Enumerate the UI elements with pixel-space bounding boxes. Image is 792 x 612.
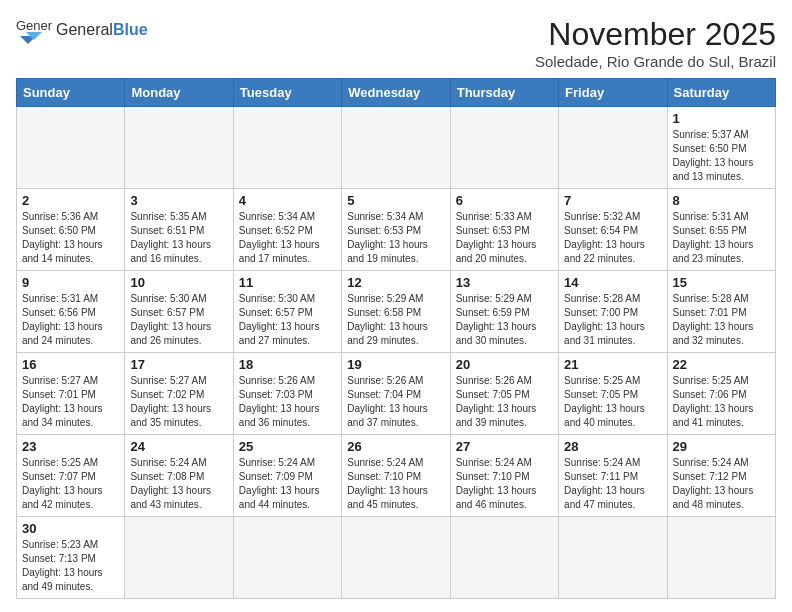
- calendar-week-row: 30Sunrise: 5:23 AM Sunset: 7:13 PM Dayli…: [17, 517, 776, 599]
- table-row: [125, 107, 233, 189]
- table-row: [125, 517, 233, 599]
- header-tuesday: Tuesday: [233, 79, 341, 107]
- day-info: Sunrise: 5:24 AM Sunset: 7:09 PM Dayligh…: [239, 456, 336, 512]
- calendar-week-row: 1Sunrise: 5:37 AM Sunset: 6:50 PM Daylig…: [17, 107, 776, 189]
- day-number: 30: [22, 521, 119, 536]
- day-info: Sunrise: 5:30 AM Sunset: 6:57 PM Dayligh…: [130, 292, 227, 348]
- day-info: Sunrise: 5:28 AM Sunset: 7:01 PM Dayligh…: [673, 292, 770, 348]
- logo: General GeneralBlue: [16, 16, 148, 44]
- table-row: 25Sunrise: 5:24 AM Sunset: 7:09 PM Dayli…: [233, 435, 341, 517]
- location-title: Soledade, Rio Grande do Sul, Brazil: [535, 53, 776, 70]
- table-row: 8Sunrise: 5:31 AM Sunset: 6:55 PM Daylig…: [667, 189, 775, 271]
- day-number: 29: [673, 439, 770, 454]
- day-number: 15: [673, 275, 770, 290]
- day-info: Sunrise: 5:25 AM Sunset: 7:05 PM Dayligh…: [564, 374, 661, 430]
- day-info: Sunrise: 5:24 AM Sunset: 7:10 PM Dayligh…: [347, 456, 444, 512]
- day-number: 4: [239, 193, 336, 208]
- table-row: 9Sunrise: 5:31 AM Sunset: 6:56 PM Daylig…: [17, 271, 125, 353]
- day-number: 11: [239, 275, 336, 290]
- header-saturday: Saturday: [667, 79, 775, 107]
- day-number: 22: [673, 357, 770, 372]
- day-number: 20: [456, 357, 553, 372]
- table-row: 20Sunrise: 5:26 AM Sunset: 7:05 PM Dayli…: [450, 353, 558, 435]
- day-info: Sunrise: 5:24 AM Sunset: 7:10 PM Dayligh…: [456, 456, 553, 512]
- table-row: 19Sunrise: 5:26 AM Sunset: 7:04 PM Dayli…: [342, 353, 450, 435]
- day-info: Sunrise: 5:24 AM Sunset: 7:08 PM Dayligh…: [130, 456, 227, 512]
- day-number: 23: [22, 439, 119, 454]
- table-row: 3Sunrise: 5:35 AM Sunset: 6:51 PM Daylig…: [125, 189, 233, 271]
- header-thursday: Thursday: [450, 79, 558, 107]
- day-info: Sunrise: 5:34 AM Sunset: 6:53 PM Dayligh…: [347, 210, 444, 266]
- month-title: November 2025: [535, 16, 776, 53]
- table-row: 30Sunrise: 5:23 AM Sunset: 7:13 PM Dayli…: [17, 517, 125, 599]
- day-info: Sunrise: 5:23 AM Sunset: 7:13 PM Dayligh…: [22, 538, 119, 594]
- table-row: 5Sunrise: 5:34 AM Sunset: 6:53 PM Daylig…: [342, 189, 450, 271]
- table-row: 22Sunrise: 5:25 AM Sunset: 7:06 PM Dayli…: [667, 353, 775, 435]
- header-wednesday: Wednesday: [342, 79, 450, 107]
- table-row: [17, 107, 125, 189]
- day-number: 17: [130, 357, 227, 372]
- header-monday: Monday: [125, 79, 233, 107]
- table-row: 4Sunrise: 5:34 AM Sunset: 6:52 PM Daylig…: [233, 189, 341, 271]
- table-row: 1Sunrise: 5:37 AM Sunset: 6:50 PM Daylig…: [667, 107, 775, 189]
- day-info: Sunrise: 5:33 AM Sunset: 6:53 PM Dayligh…: [456, 210, 553, 266]
- day-number: 1: [673, 111, 770, 126]
- day-info: Sunrise: 5:25 AM Sunset: 7:06 PM Dayligh…: [673, 374, 770, 430]
- day-number: 10: [130, 275, 227, 290]
- table-row: [559, 107, 667, 189]
- day-info: Sunrise: 5:29 AM Sunset: 6:58 PM Dayligh…: [347, 292, 444, 348]
- day-number: 24: [130, 439, 227, 454]
- table-row: 28Sunrise: 5:24 AM Sunset: 7:11 PM Dayli…: [559, 435, 667, 517]
- day-info: Sunrise: 5:32 AM Sunset: 6:54 PM Dayligh…: [564, 210, 661, 266]
- calendar-week-row: 23Sunrise: 5:25 AM Sunset: 7:07 PM Dayli…: [17, 435, 776, 517]
- logo-icon: General: [16, 16, 52, 44]
- day-info: Sunrise: 5:27 AM Sunset: 7:01 PM Dayligh…: [22, 374, 119, 430]
- day-info: Sunrise: 5:26 AM Sunset: 7:05 PM Dayligh…: [456, 374, 553, 430]
- day-number: 3: [130, 193, 227, 208]
- day-info: Sunrise: 5:37 AM Sunset: 6:50 PM Dayligh…: [673, 128, 770, 184]
- day-number: 14: [564, 275, 661, 290]
- table-row: 18Sunrise: 5:26 AM Sunset: 7:03 PM Dayli…: [233, 353, 341, 435]
- table-row: 12Sunrise: 5:29 AM Sunset: 6:58 PM Dayli…: [342, 271, 450, 353]
- day-number: 21: [564, 357, 661, 372]
- title-area: November 2025 Soledade, Rio Grande do Su…: [535, 16, 776, 70]
- day-info: Sunrise: 5:26 AM Sunset: 7:03 PM Dayligh…: [239, 374, 336, 430]
- day-number: 25: [239, 439, 336, 454]
- day-number: 7: [564, 193, 661, 208]
- day-info: Sunrise: 5:31 AM Sunset: 6:56 PM Dayligh…: [22, 292, 119, 348]
- day-info: Sunrise: 5:28 AM Sunset: 7:00 PM Dayligh…: [564, 292, 661, 348]
- day-info: Sunrise: 5:24 AM Sunset: 7:11 PM Dayligh…: [564, 456, 661, 512]
- header-sunday: Sunday: [17, 79, 125, 107]
- table-row: 24Sunrise: 5:24 AM Sunset: 7:08 PM Dayli…: [125, 435, 233, 517]
- table-row: 7Sunrise: 5:32 AM Sunset: 6:54 PM Daylig…: [559, 189, 667, 271]
- weekday-header-row: Sunday Monday Tuesday Wednesday Thursday…: [17, 79, 776, 107]
- table-row: [342, 517, 450, 599]
- day-number: 12: [347, 275, 444, 290]
- day-number: 27: [456, 439, 553, 454]
- day-number: 16: [22, 357, 119, 372]
- logo-text: GeneralBlue: [56, 21, 148, 39]
- table-row: 16Sunrise: 5:27 AM Sunset: 7:01 PM Dayli…: [17, 353, 125, 435]
- table-row: 23Sunrise: 5:25 AM Sunset: 7:07 PM Dayli…: [17, 435, 125, 517]
- day-number: 2: [22, 193, 119, 208]
- svg-text:General: General: [16, 18, 52, 33]
- day-info: Sunrise: 5:25 AM Sunset: 7:07 PM Dayligh…: [22, 456, 119, 512]
- calendar-week-row: 16Sunrise: 5:27 AM Sunset: 7:01 PM Dayli…: [17, 353, 776, 435]
- day-number: 19: [347, 357, 444, 372]
- day-info: Sunrise: 5:27 AM Sunset: 7:02 PM Dayligh…: [130, 374, 227, 430]
- day-number: 26: [347, 439, 444, 454]
- calendar-week-row: 2Sunrise: 5:36 AM Sunset: 6:50 PM Daylig…: [17, 189, 776, 271]
- table-row: 13Sunrise: 5:29 AM Sunset: 6:59 PM Dayli…: [450, 271, 558, 353]
- calendar-week-row: 9Sunrise: 5:31 AM Sunset: 6:56 PM Daylig…: [17, 271, 776, 353]
- day-info: Sunrise: 5:36 AM Sunset: 6:50 PM Dayligh…: [22, 210, 119, 266]
- table-row: 26Sunrise: 5:24 AM Sunset: 7:10 PM Dayli…: [342, 435, 450, 517]
- day-number: 9: [22, 275, 119, 290]
- table-row: [450, 517, 558, 599]
- day-number: 28: [564, 439, 661, 454]
- day-number: 6: [456, 193, 553, 208]
- day-info: Sunrise: 5:24 AM Sunset: 7:12 PM Dayligh…: [673, 456, 770, 512]
- table-row: 10Sunrise: 5:30 AM Sunset: 6:57 PM Dayli…: [125, 271, 233, 353]
- header: General GeneralBlue November 2025 Soleda…: [16, 16, 776, 70]
- day-number: 8: [673, 193, 770, 208]
- table-row: 6Sunrise: 5:33 AM Sunset: 6:53 PM Daylig…: [450, 189, 558, 271]
